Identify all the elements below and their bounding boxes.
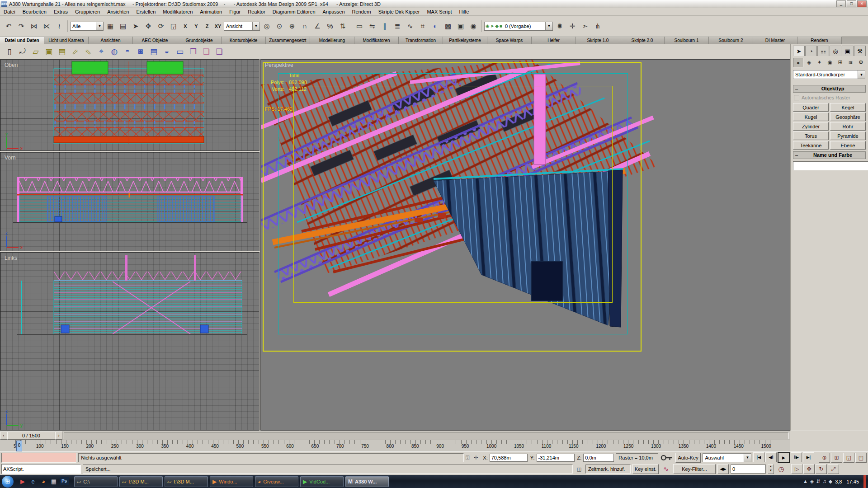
pick-icon[interactable]: ➣ xyxy=(579,20,591,32)
primitive-button[interactable]: Rohr xyxy=(830,122,866,131)
app-window-m-icon[interactable]: ◍ xyxy=(108,46,120,57)
tray-up-icon[interactable]: ▲ xyxy=(803,479,808,484)
rendered-frame-icon[interactable]: ▣ xyxy=(455,20,467,32)
autogrid-checkbox[interactable] xyxy=(794,95,799,100)
taskbar-button[interactable]: ▶ VidCod... xyxy=(300,476,344,487)
select-and-link-icon[interactable]: ⋈ xyxy=(28,20,40,32)
primitive-button[interactable]: Quader xyxy=(793,103,829,112)
macro-recorder-field[interactable] xyxy=(1,453,76,463)
hierarchy-tab-icon[interactable]: ⚏ xyxy=(817,46,829,56)
shapes-icon[interactable]: ◈ xyxy=(804,58,814,66)
save-file-icon[interactable]: ▣ xyxy=(43,46,55,57)
add-icon[interactable]: ✛ xyxy=(566,20,578,32)
curve-in-out-icon[interactable]: ∿ xyxy=(660,464,671,474)
show-desktop-strip[interactable] xyxy=(863,475,866,488)
shelf-tab[interactable]: Grundobjekte xyxy=(177,37,222,44)
primitive-button[interactable]: Zylinder xyxy=(793,122,829,131)
shelf-tab[interactable]: Modifikatoren xyxy=(354,37,399,44)
zoom-extents-icon[interactable]: ◱ xyxy=(843,453,854,463)
absolute-offset-toggle[interactable]: ⊹ xyxy=(472,453,481,462)
primitive-button[interactable]: Torus xyxy=(793,131,829,140)
go-start-button[interactable]: |◀ xyxy=(753,452,764,462)
primitive-button[interactable]: Kugel xyxy=(793,113,829,121)
menu-item[interactable]: Diagramm Editoren xyxy=(269,8,319,15)
next-frame-arrow[interactable]: › xyxy=(55,432,62,440)
select-object-icon[interactable]: ➤ xyxy=(130,20,142,32)
open-recent-icon[interactable]: ⤾ xyxy=(17,46,28,57)
object-category-dropdown[interactable]: Standard-Grundkörper ▼ xyxy=(793,70,865,79)
menu-item[interactable]: Skripte Dirk Kipper xyxy=(375,8,424,15)
select-rotate-icon[interactable]: ⟳ xyxy=(155,20,167,32)
taskbar-button[interactable]: ▶ Windo... xyxy=(210,476,253,487)
layer-manager-icon[interactable]: ≣ xyxy=(392,20,403,32)
menu-item[interactable]: Reaktor xyxy=(244,8,269,15)
cameras-icon[interactable]: ◉ xyxy=(825,58,835,66)
y-coordinate-field[interactable] xyxy=(537,454,575,462)
lock-selection-icon[interactable]: ⚿ xyxy=(466,455,470,461)
taskbar-button[interactable]: ▱ I:\3D M... xyxy=(165,476,208,487)
menu-item[interactable]: Figur xyxy=(226,8,244,15)
undo-icon[interactable]: ↶ xyxy=(3,20,14,32)
quick-render-icon[interactable]: ◉ xyxy=(467,20,479,32)
reference-coordsys-dropdown[interactable]: Ansicht▼ xyxy=(224,22,260,31)
shelf-tab[interactable]: AEC Objekte xyxy=(133,37,177,44)
selection-filter-dropdown[interactable]: Alle▼ xyxy=(70,22,104,31)
menu-item[interactable]: Extras xyxy=(50,8,71,15)
new-scene-icon[interactable]: ▯ xyxy=(4,46,15,57)
menu-item[interactable]: Datei xyxy=(0,8,19,15)
helpers-icon[interactable]: ⊞ xyxy=(835,58,845,66)
shelf-tab[interactable]: Skripte 2.0 xyxy=(620,37,665,44)
select-by-name-icon[interactable]: ▤ xyxy=(117,20,129,32)
primitive-button[interactable]: Ebene xyxy=(830,141,866,150)
time-config-icon[interactable]: ◷ xyxy=(776,464,787,474)
taskbar-button[interactable]: ▱ C:\ xyxy=(74,476,118,487)
lights-icon[interactable]: ✦ xyxy=(815,58,824,66)
menu-item[interactable]: MAX Script xyxy=(423,8,455,15)
pan-icon[interactable]: ✥ xyxy=(803,464,815,474)
layer-dropdown[interactable]: ◉➤◆■ 0 (Vorgabe)▼ xyxy=(484,22,553,31)
axis-constraint-button[interactable]: Y xyxy=(191,20,201,32)
ql-explorer-icon[interactable]: ▦ xyxy=(49,477,58,486)
light-falloff-icon[interactable]: ✺ xyxy=(554,20,566,32)
zoom-icon[interactable]: ⊕ xyxy=(819,453,830,463)
play-button[interactable]: ▶ xyxy=(778,452,790,463)
menu-item[interactable]: Bearbeiten xyxy=(19,8,50,15)
shelf-tab[interactable]: Datei und Daten xyxy=(0,37,44,44)
percent-snap-icon[interactable]: % xyxy=(324,20,336,32)
taskbar-button[interactable]: ◕ Giveaw... xyxy=(255,476,298,487)
viewport-label[interactable]: Perspektive xyxy=(265,62,293,68)
shelf-tab[interactable]: DI Master xyxy=(753,37,797,44)
zoom-all-icon[interactable]: ⊞ xyxy=(831,453,842,463)
angle-snap-icon[interactable]: ∠ xyxy=(311,20,323,32)
render-setup-icon[interactable]: ▩ xyxy=(442,20,454,32)
primitive-button[interactable]: Teekanne xyxy=(793,141,829,150)
systems-icon[interactable]: ⚙ xyxy=(856,58,866,66)
use-selection-center-icon[interactable]: ⊙ xyxy=(274,20,285,32)
shelf-tab[interactable]: Soulbourn 2 xyxy=(709,37,753,44)
shelf-tab[interactable]: Skripte 1.0 xyxy=(576,37,620,44)
time-slider-track[interactable] xyxy=(64,432,789,439)
menu-item[interactable]: Anpassen xyxy=(319,8,349,15)
primitive-button[interactable]: Pyramide xyxy=(830,131,866,140)
rect-select-region-icon[interactable]: ▦ xyxy=(104,20,116,32)
spacewarps-icon[interactable]: ≋ xyxy=(846,58,855,66)
help-book-icon[interactable]: ❐ xyxy=(187,46,199,57)
shelf-tab[interactable]: Licht und Kamera xyxy=(44,37,89,44)
modify-tab-icon[interactable]: ◔ xyxy=(805,46,817,56)
axis-constraint-button[interactable]: Z xyxy=(202,20,212,32)
snap-toggle-icon[interactable]: ∩ xyxy=(299,20,311,32)
tray-network-icon[interactable]: ⇵ xyxy=(816,479,820,484)
tray-gadget-icon[interactable]: ◈ xyxy=(810,479,814,484)
open-file-icon[interactable]: ▱ xyxy=(30,46,42,57)
menu-item[interactable]: Modifikatoren xyxy=(159,8,196,15)
auto-key-button[interactable]: Auto-Key xyxy=(675,453,701,463)
ql-photoshop-icon[interactable]: Ps xyxy=(60,477,69,485)
select-move-icon[interactable]: ✥ xyxy=(142,20,154,32)
maximize-viewport-icon[interactable]: ⤢ xyxy=(828,464,839,474)
menu-item[interactable]: Erstellen xyxy=(132,8,159,15)
x-coordinate-field[interactable] xyxy=(490,454,528,462)
axis-constraint-button[interactable]: X xyxy=(180,20,190,32)
align-icon[interactable]: ∥ xyxy=(379,20,391,32)
ql-firefox-icon[interactable]: ◕ xyxy=(39,477,48,486)
taskbar-button[interactable]: ▱ I:\3D M... xyxy=(119,476,163,487)
